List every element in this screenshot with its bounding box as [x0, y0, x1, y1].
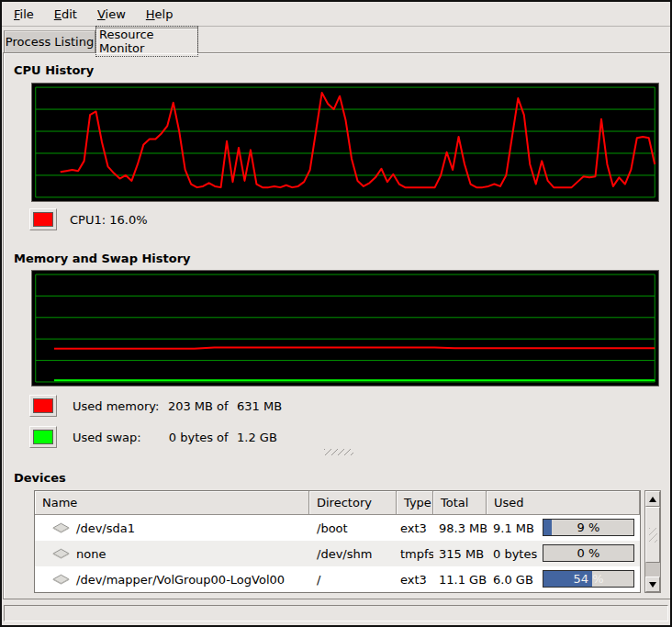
- device-type: tmpfs: [397, 541, 433, 566]
- device-directory: /dev/shm: [309, 541, 397, 566]
- device-name: none: [76, 547, 106, 561]
- menu-view[interactable]: View: [87, 4, 136, 25]
- scrollbar-grip-icon: [649, 528, 657, 543]
- usage-progress-bar: 9 %: [543, 519, 634, 536]
- used-swap-color-button[interactable]: [29, 426, 57, 448]
- tab-process-listing-label: Process Listing: [6, 35, 94, 49]
- disk-icon: [51, 547, 71, 560]
- tab-process-listing[interactable]: Process Listing: [4, 30, 95, 52]
- usage-percent-label: 0 %: [543, 545, 633, 561]
- menu-bar: File Edit View Help: [2, 2, 670, 27]
- usage-percent-label: 9 %: [543, 520, 633, 535]
- menu-help[interactable]: Help: [136, 4, 184, 25]
- column-header-name[interactable]: Name: [35, 491, 309, 515]
- used-swap-total: 1.2 GB: [237, 431, 277, 444]
- pane-resize-grip[interactable]: [324, 449, 353, 455]
- devices-table: Name Directory Type Total Used /dev/sda1…: [34, 490, 641, 593]
- cpu-history-graph: [31, 83, 659, 202]
- arrow-down-icon: [649, 582, 656, 588]
- device-directory: /boot: [309, 515, 397, 541]
- device-total: 98.3 MB: [433, 515, 487, 541]
- scrollbar-thumb[interactable]: [645, 507, 660, 563]
- device-name: /dev/sda1: [76, 521, 135, 535]
- memory-history-graph: [31, 270, 659, 386]
- used-swap-of: of: [217, 431, 229, 444]
- device-type: ext3: [397, 566, 433, 592]
- cpu1-color-button[interactable]: [29, 208, 57, 230]
- device-total: 11.1 GB: [433, 566, 487, 592]
- disk-icon: [51, 521, 71, 534]
- cpu1-legend-label: CPU1: 16.0%: [70, 213, 148, 227]
- usage-percent-label: 54 %: [543, 571, 633, 587]
- disk-icon: [51, 573, 71, 586]
- used-memory-value: 203 MB: [140, 399, 213, 413]
- device-total: 315 MB: [433, 541, 487, 566]
- resource-monitor-page: CPU History CPU1: 16.0% Memory and Swap …: [3, 52, 671, 599]
- memory-history-chart: [32, 271, 658, 386]
- table-row-dev-sda1[interactable]: /dev/sda1 /boot ext3 98.3 MB 9.1 MB 9 %: [35, 515, 640, 541]
- used-swap-color-swatch: [33, 430, 53, 444]
- device-used: 0 bytes: [493, 547, 537, 561]
- arrow-up-icon: [649, 497, 656, 502]
- table-row-none[interactable]: none /dev/shm tmpfs 315 MB 0 bytes 0 %: [35, 541, 640, 566]
- scroll-up-button[interactable]: [645, 491, 660, 507]
- cpu-history-chart: [32, 84, 658, 201]
- device-used: 9.1 MB: [493, 521, 534, 535]
- used-swap-value: 0 bytes: [140, 431, 213, 444]
- usage-progress-bar: 54 %: [543, 570, 634, 588]
- devices-scrollbar[interactable]: [644, 490, 661, 593]
- device-directory: /: [309, 566, 397, 592]
- used-memory-color-swatch: [33, 398, 53, 413]
- tab-resource-monitor-label: Resource Monitor: [96, 27, 197, 56]
- table-row-volgroup[interactable]: /dev/mapper/VolGroup00-LogVol00 / ext3 1…: [35, 566, 640, 592]
- usage-progress-bar: 0 %: [543, 544, 634, 562]
- scroll-down-button[interactable]: [645, 577, 660, 592]
- devices-table-header: Name Directory Type Total Used: [35, 491, 640, 515]
- column-header-type[interactable]: Type: [397, 491, 433, 515]
- used-swap-label: Used swap:: [73, 431, 141, 444]
- cpu1-color-swatch: [33, 212, 53, 227]
- system-monitor-window: File Edit View Help Process Listing Reso…: [0, 0, 672, 627]
- column-header-used[interactable]: Used: [487, 491, 640, 515]
- device-used: 6.0 GB: [493, 573, 533, 587]
- status-bar: [4, 605, 668, 621]
- device-type: ext3: [397, 515, 433, 541]
- memory-history-title: Memory and Swap History: [14, 252, 191, 265]
- menu-file[interactable]: File: [4, 4, 44, 25]
- device-name: /dev/mapper/VolGroup00-LogVol00: [76, 573, 285, 587]
- column-header-total[interactable]: Total: [433, 491, 487, 515]
- cpu-history-title: CPU History: [14, 63, 94, 77]
- used-memory-color-button[interactable]: [29, 395, 57, 417]
- devices-title: Devices: [14, 471, 66, 485]
- menu-edit[interactable]: Edit: [44, 4, 87, 25]
- tab-resource-monitor[interactable]: Resource Monitor: [95, 28, 198, 53]
- column-header-directory[interactable]: Directory: [309, 491, 397, 515]
- used-memory-of: of: [217, 399, 229, 413]
- used-memory-total: 631 MB: [237, 399, 282, 413]
